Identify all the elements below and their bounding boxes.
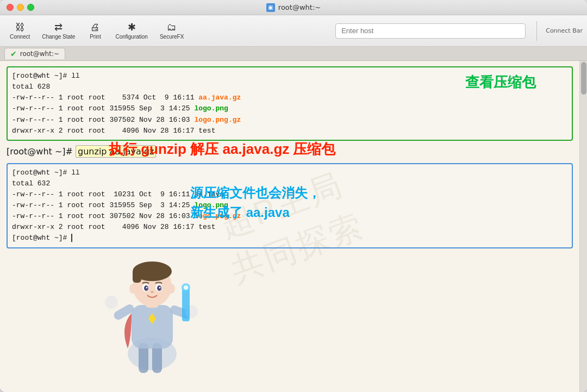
svg-point-6 — [105, 296, 118, 309]
app-window: ▣ root@wht:~ ⛓ Connect ⇄ Change State 🖨 … — [0, 0, 587, 392]
term2-line-1: [root@wht ~]# ll — [12, 167, 567, 178]
print-icon: 🖨 — [90, 22, 100, 32]
window-title: ▣ root@wht:~ — [266, 3, 321, 12]
close-button[interactable] — [7, 4, 14, 11]
term-line-5: -rw-r--r-- 1 root root 307502 Nov 28 16:… — [12, 115, 567, 126]
term-line-6: drwxr-xr-x 2 root root 4096 Nov 28 16:17… — [12, 126, 567, 136]
gunzip-command: gunzip aa.java.gz — [76, 145, 156, 158]
securefx-icon: 🗂 — [167, 22, 177, 32]
svg-point-20 — [168, 284, 175, 294]
term-line-1: [root@wht ~]# ll — [12, 71, 567, 82]
configuration-button[interactable]: ✱ Configuration — [110, 20, 153, 42]
main-content: ✔ root@wht:~ [root@wht ~]# ll total 628 … — [0, 47, 587, 392]
connect-icon: ⛓ — [15, 22, 25, 32]
minimize-button[interactable] — [17, 4, 24, 11]
print-button[interactable]: 🖨 Print — [82, 20, 109, 42]
toolbar: ⛓ Connect ⇄ Change State 🖨 Print ✱ Confi… — [0, 15, 587, 47]
character-illustration — [98, 229, 207, 376]
connect-button[interactable]: ⛓ Connect — [4, 20, 35, 42]
tab-check-icon: ✔ — [10, 49, 17, 58]
host-input[interactable] — [335, 23, 526, 39]
titlebar: ▣ root@wht:~ — [0, 0, 587, 15]
svg-point-18 — [151, 291, 154, 293]
securefx-button[interactable]: 🗂 SecureFX — [154, 20, 189, 42]
app-icon: ▣ — [266, 3, 275, 12]
change-state-icon: ⇄ — [54, 22, 63, 32]
session-tab[interactable]: ✔ root@wht:~ — [4, 48, 65, 59]
term-line-4: -rw-r--r-- 1 root root 315955 Sep 3 14:2… — [12, 103, 567, 114]
term-line-2: total 628 — [12, 82, 567, 92]
terminal-area: [root@wht ~]# ll total 628 -rw-r--r-- 1 … — [0, 61, 587, 392]
toolbar-divider — [536, 21, 537, 41]
traffic-lights — [7, 4, 34, 11]
scrollbar-thumb[interactable] — [581, 62, 586, 95]
term-line-3: -rw-r--r-- 1 root root 5374 Oct 9 16:11 … — [12, 92, 567, 103]
svg-rect-3 — [132, 305, 173, 349]
svg-rect-21 — [182, 289, 190, 321]
svg-rect-11 — [133, 270, 141, 283]
svg-point-16 — [146, 287, 148, 289]
scrollbar-track[interactable] — [579, 61, 587, 392]
svg-point-23 — [184, 285, 188, 290]
svg-point-19 — [129, 284, 136, 294]
configuration-icon: ✱ — [128, 22, 136, 32]
terminal-box-1: [root@wht ~]# ll total 628 -rw-r--r-- 1 … — [7, 66, 573, 141]
gunzip-prompt: [root@wht ~]# — [7, 146, 76, 157]
change-state-button[interactable]: ⇄ Change State — [36, 20, 80, 42]
gunzip-cmd-container: [root@wht ~]# gunzip aa.java.gz — [7, 145, 573, 159]
session-tab-bar: ✔ root@wht:~ — [0, 47, 587, 61]
svg-point-17 — [159, 287, 161, 289]
toolbar-group-left: ⛓ Connect ⇄ Change State 🖨 Print ✱ Confi… — [4, 20, 189, 42]
host-input-area — [335, 23, 526, 39]
connect-bar-label: Connect Bar — [546, 27, 583, 34]
terminal-content: [root@wht ~]# ll total 628 -rw-r--r-- 1 … — [0, 61, 579, 392]
maximize-button[interactable] — [27, 4, 34, 11]
